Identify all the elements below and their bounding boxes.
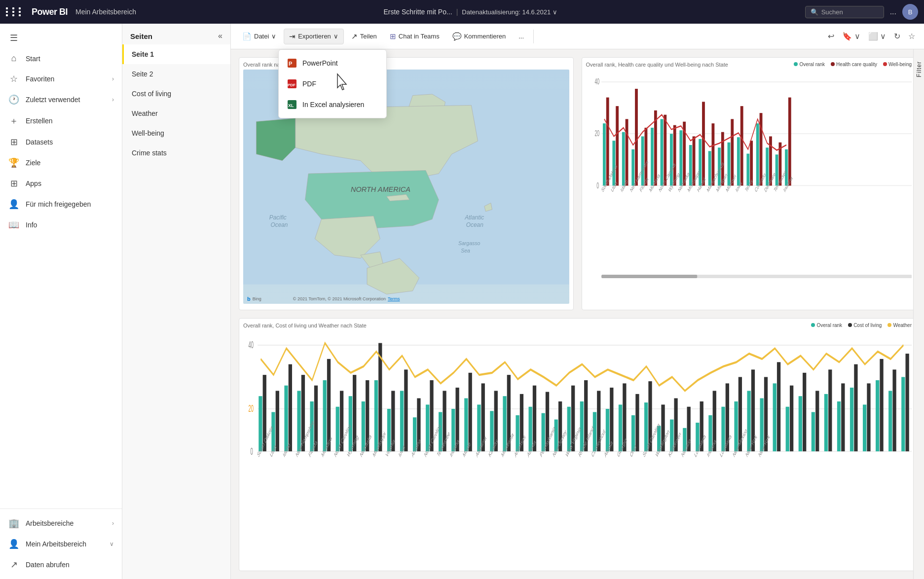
- sidebar-item-freigegeben[interactable]: 👤 Für mich freigegeben: [0, 194, 122, 215]
- pages-panel: Seiten « Seite 1 Seite 2 Cost of living …: [122, 24, 231, 579]
- file-icon: 📄: [242, 32, 252, 41]
- svg-rect-111: [404, 369, 407, 451]
- share-user-icon: 👤: [8, 199, 20, 210]
- page-item-crime-stats[interactable]: Crime stats: [122, 143, 230, 163]
- teilen-button[interactable]: ↗ Teilen: [346, 29, 382, 44]
- svg-rect-46: [727, 143, 730, 186]
- main-content: Overall rank nach State: [231, 49, 924, 579]
- svg-text:Montana: Montana: [321, 434, 333, 459]
- sidebar-item-zuletzt[interactable]: 🕐 Zuletzt verwendet ›: [0, 89, 122, 110]
- datei-button[interactable]: 📄 Datei ∨: [237, 29, 282, 44]
- sidebar-hamburger[interactable]: ☰: [0, 28, 122, 48]
- page-item-seite2[interactable]: Seite 2: [122, 64, 230, 84]
- exportieren-button[interactable]: ⇥ Exportieren ∨: [284, 29, 343, 44]
- export-excel-item[interactable]: XL In Excel analysieren: [279, 94, 386, 115]
- bookmark-button[interactable]: 🔖 ∨: [839, 30, 863, 43]
- svg-rect-178: [837, 401, 841, 451]
- svg-rect-106: [374, 380, 378, 451]
- svg-rect-173: [803, 373, 806, 451]
- sidebar-bottom: 🏢 Arbeitsbereiche › 👤 Mein Arbeitsbereic…: [0, 508, 122, 579]
- page-item-cost-of-living[interactable]: Cost of living: [122, 84, 230, 104]
- map-attribution: b Bing © 2021 TomTom, © 2021 Microsoft C…: [247, 296, 400, 302]
- svg-rect-176: [824, 394, 828, 451]
- sidebar-item-favoriten[interactable]: ☆ Favoriten ›: [0, 69, 122, 89]
- toolbar-right: ↩ 🔖 ∨ ⬜ ∨ ↻ ☆: [825, 30, 918, 43]
- filter-label[interactable]: Filter: [916, 61, 923, 77]
- logo-text: Power BI: [32, 7, 68, 17]
- svg-rect-185: [880, 359, 883, 451]
- terms-link[interactable]: Terms: [388, 296, 400, 301]
- svg-rect-24: [622, 132, 625, 186]
- cost-weather-chart-panel: Overall rank, Cost of living und Weather…: [239, 318, 916, 571]
- undo-button[interactable]: ↩: [825, 30, 837, 43]
- chat-in-teams-button[interactable]: ⊞ Chat in Teams: [384, 29, 445, 44]
- svg-text:NORTH AMERICA: NORTH AMERICA: [351, 185, 410, 193]
- export-powerpoint-item[interactable]: P PowerPoint: [279, 53, 386, 73]
- top-nav-right: 🔍 Suchen ... B: [805, 4, 918, 20]
- svg-rect-169: [777, 362, 780, 451]
- svg-rect-48: [737, 137, 739, 185]
- datasets-icon: ⊞: [8, 137, 20, 147]
- sidebar-item-label: Ziele: [26, 159, 114, 167]
- svg-rect-30: [651, 128, 654, 185]
- svg-rect-40: [699, 139, 702, 186]
- svg-rect-188: [901, 377, 905, 451]
- avatar[interactable]: B: [902, 4, 918, 20]
- sidebar-item-label: Start: [26, 55, 114, 63]
- filter-panel: Filter: [913, 49, 924, 579]
- sidebar-item-datasets[interactable]: ⊞ Datasets: [0, 132, 122, 152]
- more-toolbar-button[interactable]: ...: [513, 29, 529, 43]
- svg-text:20: 20: [594, 129, 599, 139]
- chevron-right-icon: ›: [112, 75, 114, 82]
- svg-text:Pacific: Pacific: [269, 214, 287, 221]
- svg-text:Atlantic: Atlantic: [464, 214, 484, 221]
- grid-icon[interactable]: [6, 7, 24, 16]
- svg-text:0: 0: [596, 181, 599, 190]
- page-item-wellbeing[interactable]: Well-being: [122, 123, 230, 143]
- sidebar-item-ziele[interactable]: 🏆 Ziele: [0, 152, 122, 173]
- sidebar-item-daten-abrufen[interactable]: ↗ Daten abrufen: [0, 554, 122, 575]
- svg-rect-81: [601, 275, 697, 278]
- sidebar-item-arbeitsbereiche[interactable]: 🏢 Arbeitsbereiche ›: [0, 513, 122, 534]
- share-icon: ↗: [351, 32, 358, 41]
- chevron-right-icon: ›: [112, 520, 114, 527]
- page-item-weather[interactable]: Weather: [122, 104, 230, 123]
- pages-collapse-button[interactable]: «: [218, 32, 222, 40]
- sidebar-item-label: Favoriten: [26, 75, 106, 83]
- more-options-button[interactable]: ...: [888, 5, 898, 18]
- kommentieren-button[interactable]: 💬 Kommentieren: [447, 29, 512, 44]
- svg-rect-93: [289, 364, 292, 452]
- comment-icon: 💬: [452, 32, 462, 41]
- svg-rect-23: [616, 106, 619, 185]
- svg-rect-184: [876, 380, 879, 451]
- svg-rect-98: [323, 380, 327, 451]
- favorite-button[interactable]: ☆: [905, 30, 918, 43]
- svg-text:Ocean: Ocean: [270, 221, 288, 228]
- svg-rect-170: [786, 407, 789, 451]
- book-icon: 📖: [8, 219, 20, 230]
- svg-text:40: 40: [248, 339, 253, 350]
- arrow-up-right-icon: ↗: [8, 559, 20, 570]
- sidebar-item-label: Info: [26, 221, 114, 229]
- svg-text:P: P: [289, 61, 292, 67]
- view-button[interactable]: ⬜ ∨: [865, 30, 889, 43]
- sidebar-item-info[interactable]: 📖 Info: [0, 215, 122, 235]
- plus-icon: ＋: [8, 115, 20, 127]
- svg-rect-121: [469, 373, 472, 451]
- svg-rect-147: [635, 394, 639, 451]
- date-refresh[interactable]: Datenaktualisierung: 14.6.2021 ∨: [462, 8, 557, 16]
- export-pdf-item[interactable]: PDF PDF: [279, 73, 386, 94]
- refresh-button[interactable]: ↻: [891, 30, 903, 43]
- svg-rect-171: [790, 386, 793, 451]
- search-box[interactable]: 🔍 Suchen: [805, 6, 884, 18]
- svg-text:XL: XL: [288, 103, 294, 108]
- sidebar-item-erstellen[interactable]: ＋ Erstellen: [0, 110, 122, 132]
- sidebar-item-start[interactable]: ⌂ Start: [0, 48, 122, 69]
- sidebar: ☰ ⌂ Start ☆ Favoriten › 🕐 Zuletzt verwen…: [0, 24, 122, 579]
- svg-rect-110: [400, 391, 404, 451]
- sidebar-item-apps[interactable]: ⊞ Apps: [0, 173, 122, 194]
- sidebar-item-label: Daten abrufen: [26, 561, 114, 569]
- page-item-seite1[interactable]: Seite 1: [122, 44, 230, 64]
- sidebar-item-label: Mein Arbeitsbereich: [26, 540, 104, 548]
- sidebar-item-mein-arbeitsbereich[interactable]: 👤 Mein Arbeitsbereich ∨: [0, 534, 122, 554]
